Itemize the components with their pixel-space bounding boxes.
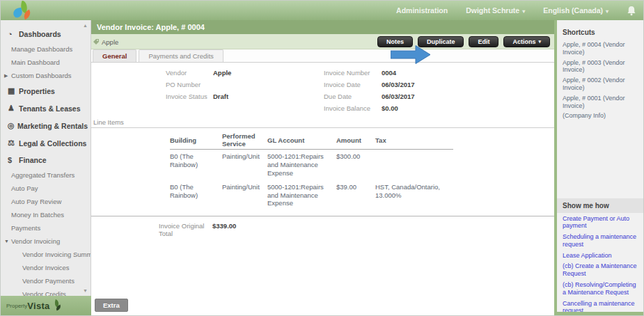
detail-row: Invoice Date 06/03/2017 [324,81,415,89]
people-icon[interactable]: ♟ Tenants & Leases [1,100,91,117]
target-icon[interactable]: ◎ Marketing & Rentals [1,117,91,134]
cell-service: Painting/Unit [222,150,267,180]
detail-value: $0.00 [382,104,398,113]
cell-building: B0 (The Rainbow) [170,150,222,180]
col-gl: GL Account [267,131,336,150]
help-link[interactable]: Create Payment or Auto payment [557,213,643,232]
tag-icon [93,38,100,45]
annotation-arrow-icon [391,45,431,64]
detail-value: 06/03/2017 [382,81,415,89]
tab[interactable]: General [93,49,136,62]
sidebar-item[interactable]: ▼ Vendor Invoicing [1,235,91,248]
cell-gl: 5000-1201:Repairs and Maintenance Expens… [267,150,336,180]
chevron-down-icon: ▾ [522,8,525,15]
detail-value: 06/03/2017 [382,93,415,101]
sidebar-item[interactable]: Payments [1,221,91,235]
cell-tax [375,150,453,180]
top-nav: Administration Dwight Schrute▾ English (… [396,1,636,20]
sidebar-item[interactable]: Manage Dashboards [1,42,91,56]
dollar-icon[interactable]: $ Finance [1,152,91,168]
detail-label: Vendor [166,69,213,77]
extra-button[interactable]: Extra [95,299,128,312]
col-tax: Tax [375,131,453,150]
shortcut-link[interactable]: Apple, # 0001 (Vendor Invoice) [557,93,643,111]
tab-bar: General Payments and Credits [91,49,556,63]
shortcut-link[interactable]: Apple, # 0003 (Vendor Invoice) [557,58,643,76]
administration-link[interactable]: Administration [396,6,448,15]
cell-service: Painting/Unit [222,180,267,211]
tab[interactable]: Payments and Credits [139,49,223,62]
details-right-column: Invoice Number 0004 Invoice Date 06/03/2… [324,69,415,116]
scroll-up-icon[interactable]: ▲ [83,23,88,28]
sidebar-item[interactable]: Vendor Invoices [1,261,91,274]
table-row: B0 (The Rainbow) Painting/Unit 5000-1201… [170,180,453,211]
app-logo [12,1,36,19]
help-link[interactable]: Lease Application [557,250,643,261]
detail-value: Apple [213,69,231,77]
detail-value: 0004 [382,69,396,77]
detail-row: PO Number [166,81,231,89]
detail-label: Invoice Status [166,93,213,101]
sidebar-item[interactable]: Vendor Credits [1,287,91,296]
scroll-down-icon[interactable]: ▼ [83,288,88,293]
details-left-column: Vendor Apple PO Number Invoice Status Dr… [166,69,231,104]
sidebar-item[interactable]: Vendor Payments [1,274,91,287]
sidebar-item[interactable]: Money In Batches [1,208,91,221]
sidebar-item[interactable]: Main Dashboard [1,56,91,69]
sidebar-item[interactable]: Auto Pay [1,182,91,195]
col-service: Performed Service [222,131,267,150]
show-me-how-section: Show me how Create Payment or Auto payme… [557,198,643,315]
chevron-down-icon: ▾ [538,39,541,45]
help-link[interactable]: Scheduling a maintenance request [557,232,643,251]
detail-label: Invoice Balance [324,104,382,113]
expand-icon: ▶ [4,73,11,79]
action-button[interactable]: Edit [469,36,498,47]
shortcuts-title: Shortcuts [557,20,643,40]
right-sidebar: Shortcuts Apple, # 0004 (Vendor Invoice)… [554,20,643,315]
building-icon[interactable]: ▦ Properties [1,82,91,100]
detail-label: Invoice Number [324,69,382,77]
help-link[interactable]: (cb) Resolving/Completing a Maintenance … [557,280,643,299]
sidebar-nav: ◔ Dashboards Manage Dashboards Main Dash… [1,20,91,296]
app-window: Administration Dwight Schrute▾ English (… [0,0,644,316]
right-sidebar-footer [557,312,643,315]
detail-row: Vendor Apple [166,69,231,77]
cell-amount: $300.00 [336,150,375,180]
people-icon: ♟ [8,104,19,113]
chevron-down-icon: ▾ [606,8,608,15]
shortcut-link[interactable]: Apple, # 0002 (Vendor Invoice) [557,75,643,93]
sidebar-item[interactable]: ▶ Custom Dashboards [1,69,91,82]
detail-row: Invoice Number 0004 [324,69,415,77]
notifications-bell-icon[interactable] [627,6,636,16]
action-button[interactable]: Actions▾ [503,36,550,47]
language-menu[interactable]: English (Canada)▾ [543,6,608,15]
brand-footer: PropertyVista [1,296,91,315]
detail-label: PO Number [166,81,213,89]
total-value: $339.00 [212,222,236,237]
gauge-icon[interactable]: ◔ Dashboards [1,26,91,42]
show-me-how-title: Show me how [557,198,643,213]
shortcut-link[interactable]: Apple, # 0004 (Vendor Invoice) [557,40,643,58]
dollar-icon: $ [8,156,19,164]
main-content: Vendor Invoice: Apple, # 0004 Apple Note… [91,20,556,315]
sidebar-item[interactable]: Auto Pay Review [1,195,91,208]
sidebar-item[interactable]: Aggregated Transfers [1,168,91,182]
user-menu[interactable]: Dwight Schrute▾ [466,6,525,15]
entity-subbar: Apple Notes Duplicate Edit Actions▾ [91,34,556,49]
cell-tax: HST, Canada/Ontario, 13.000% [375,180,453,211]
detail-label: Due Date [324,93,382,101]
invoice-total-row: Invoice Original Total $339.00 [159,222,556,237]
page-title: Vendor Invoice: Apple, # 0004 [91,20,556,34]
expand-icon: ▼ [4,239,11,244]
shortcut-link[interactable]: (Company Info) [557,111,643,121]
sidebar-item[interactable]: Vendor Invoicing Summar [1,248,91,261]
scales-icon[interactable]: ⚖ Legal & Collections [1,134,91,152]
help-link[interactable]: (cb) Create a Maintenance Request [557,261,643,280]
line-items-section-title: Line Items [91,118,556,128]
cell-gl: 5000-1201:Repairs and Maintenance Expens… [267,180,336,211]
target-icon: ◎ [8,121,17,130]
top-bar: Administration Dwight Schrute▾ English (… [1,1,643,20]
detail-row: Due Date 06/03/2017 [324,93,415,101]
line-items-table: Building Performed Service GL Account Am… [170,131,453,210]
col-amount: Amount [336,131,375,150]
